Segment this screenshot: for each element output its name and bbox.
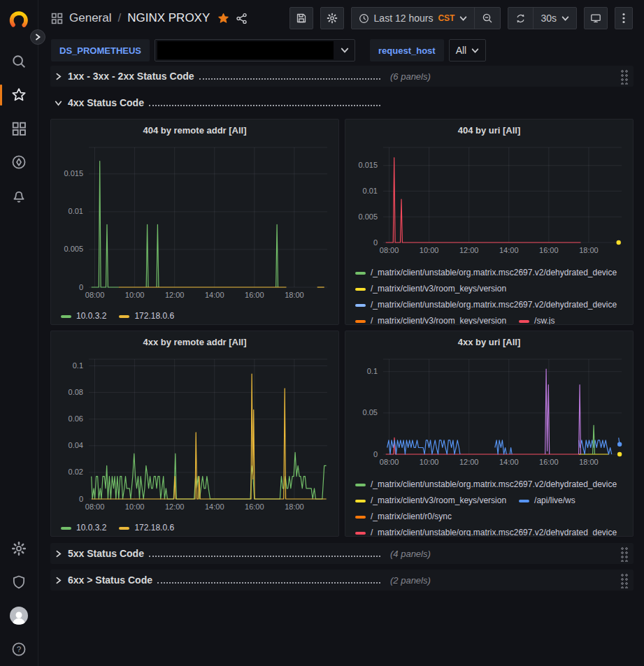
dashboard-canvas: 1xx - 3xx - 2xx Status Code (6 panels) 4… xyxy=(38,64,644,666)
panel-title[interactable]: 404 by uri [All] xyxy=(351,120,627,140)
svg-text:0.05: 0.05 xyxy=(363,408,378,417)
refresh-button[interactable] xyxy=(508,8,533,29)
panel-title[interactable]: 4xx by remote addr [All] xyxy=(57,331,333,352)
legend-series-label: /_matrix/client/unstable/org.matrix.msc2… xyxy=(371,477,617,493)
save-dashboard-button[interactable] xyxy=(289,7,313,29)
legend-series-label: /_matrix/client/unstable/org.matrix.msc2… xyxy=(371,525,617,537)
panel-legend: 10.0.3.2172.18.0.6 xyxy=(61,308,333,324)
nav-sidebar: ? xyxy=(0,0,38,666)
row-leader-dots xyxy=(149,105,380,106)
legend-item[interactable]: 10.0.3.2 xyxy=(61,520,106,536)
chevron-right-icon xyxy=(55,550,62,558)
svg-text:12:00: 12:00 xyxy=(459,246,479,254)
row-leader-dots xyxy=(157,582,380,584)
legend-series-label: /_matrix/client/v3/room_keys/version xyxy=(371,493,506,509)
legend-item[interactable]: /_matrix/client/unstable/org.matrix.msc2… xyxy=(355,297,617,313)
legend-series-label: /sw.js xyxy=(534,313,554,325)
legend-item[interactable]: 10.0.3.2 xyxy=(61,308,106,324)
svg-text:0.1: 0.1 xyxy=(367,367,378,375)
breadcrumb: General / NGINX PROXY xyxy=(51,11,248,25)
svg-text:0: 0 xyxy=(79,283,83,291)
svg-text:16:00: 16:00 xyxy=(245,502,264,511)
timeseries-chart-404-by-remote-addr[interactable]: 00.0050.010.01508:0010:0012:0014:0016:00… xyxy=(57,140,334,303)
timeseries-chart-404-by-uri[interactable]: 00.0050.010.01508:0010:0012:0014:0016:00… xyxy=(351,140,629,258)
svg-text:0.01: 0.01 xyxy=(69,207,83,215)
svg-text:0.005: 0.005 xyxy=(64,245,83,253)
legend-series-label: /_matrix/client/r0/sync xyxy=(371,509,452,525)
legend-item[interactable]: /api/live/ws xyxy=(519,493,575,509)
compass-icon xyxy=(11,154,27,170)
legend-series-color xyxy=(355,532,366,535)
svg-text:12:00: 12:00 xyxy=(459,458,479,466)
dashboard-title[interactable]: NGINX PROXY xyxy=(127,11,210,25)
request-host-select[interactable]: All xyxy=(449,39,487,61)
sidebar-item-configuration[interactable] xyxy=(0,532,38,565)
legend-item[interactable]: 172.18.0.6 xyxy=(119,520,174,536)
row-header-6xx[interactable]: 6xx > Status Code (2 panels) xyxy=(50,570,634,591)
sidebar-item-dashboards[interactable] xyxy=(0,112,38,145)
row-drag-handle[interactable] xyxy=(620,68,628,85)
kebab-menu-button[interactable] xyxy=(615,7,633,29)
refresh-interval-select[interactable]: 30s xyxy=(533,8,576,29)
legend-item[interactable]: /_matrix/client/r0/sync xyxy=(355,509,452,525)
row-drag-handle[interactable] xyxy=(620,572,628,588)
zoom-out-icon xyxy=(482,13,493,24)
sidebar-item-search[interactable] xyxy=(0,45,38,78)
row-title: 1xx - 3xx - 2xx Status Code xyxy=(68,71,194,82)
panels-grid: 404 by remote addr [All] 00.0050.010.015… xyxy=(50,119,634,537)
sidebar-expand-button[interactable] xyxy=(30,29,45,45)
user-avatar xyxy=(10,607,28,625)
panel-title[interactable]: 4xx by uri [All] xyxy=(351,331,627,352)
datasource-select[interactable] xyxy=(155,39,355,61)
legend-item[interactable]: /_matrix/client/v3/room_keys/version xyxy=(355,313,506,325)
sidebar-item-help[interactable]: ? xyxy=(0,632,38,666)
sidebar-item-alerting[interactable] xyxy=(0,179,38,212)
legend-item[interactable]: /sw.js xyxy=(519,313,554,325)
chevron-down-icon xyxy=(341,46,349,55)
legend-series-color xyxy=(355,272,366,275)
sidebar-item-starred[interactable] xyxy=(0,78,38,112)
timeseries-chart-4xx-by-remote-addr[interactable]: 00.020.040.060.080.108:0010:0012:0014:00… xyxy=(57,352,334,514)
variable-label-request-host[interactable]: request_host xyxy=(370,39,444,61)
svg-text:18:00: 18:00 xyxy=(579,458,599,466)
refresh-interval-label: 30s xyxy=(541,13,557,24)
grafana-logo[interactable] xyxy=(8,8,29,29)
legend-series-color xyxy=(355,288,366,291)
dashboard-settings-button[interactable] xyxy=(320,7,344,29)
legend-item[interactable]: /_matrix/client/unstable/org.matrix.msc2… xyxy=(355,477,617,493)
legend-item[interactable]: 172.18.0.6 xyxy=(119,308,174,324)
row-panel-count: (2 panels) xyxy=(390,575,431,586)
svg-text:10:00: 10:00 xyxy=(420,246,439,254)
timeseries-chart-4xx-by-uri[interactable]: 00.050.108:0010:0012:0014:0016:0018:00 xyxy=(351,352,629,470)
row-header-5xx[interactable]: 5xx Status Code (4 panels) xyxy=(50,543,634,564)
panel-title[interactable]: 404 by remote addr [All] xyxy=(57,120,333,140)
zoom-out-time-button[interactable] xyxy=(474,8,500,29)
svg-text:0.04: 0.04 xyxy=(69,441,83,449)
time-range-picker[interactable]: Last 12 hours CST xyxy=(352,8,475,29)
legend-series-color xyxy=(355,516,366,519)
row-header-4xx[interactable]: 4xx Status Code xyxy=(50,92,634,113)
svg-text:08:00: 08:00 xyxy=(85,291,105,299)
share-icon[interactable] xyxy=(236,13,248,24)
row-leader-dots xyxy=(149,556,380,557)
breadcrumb-folder[interactable]: General xyxy=(69,11,111,25)
favorite-star-icon[interactable] xyxy=(217,13,229,24)
chevron-down-icon xyxy=(459,15,467,22)
variable-label-ds-prometheus[interactable]: DS_PROMETHEUS xyxy=(51,39,150,61)
row-header-1xx-3xx-2xx[interactable]: 1xx - 3xx - 2xx Status Code (6 panels) xyxy=(50,66,634,87)
row-drag-handle[interactable] xyxy=(620,546,628,562)
legend-series-color xyxy=(355,484,366,486)
sidebar-item-server-admin[interactable] xyxy=(0,565,38,599)
svg-text:18:00: 18:00 xyxy=(285,291,304,299)
datasource-value-redacted xyxy=(157,41,334,59)
sidebar-item-profile[interactable] xyxy=(0,599,38,632)
legend-item[interactable]: /_matrix/client/v3/room_keys/version xyxy=(355,281,506,297)
legend-item[interactable]: /_matrix/client/unstable/org.matrix.msc2… xyxy=(355,525,617,537)
legend-series-label: /_matrix/client/v3/room_keys/version xyxy=(371,313,506,325)
legend-item[interactable]: /_matrix/client/unstable/org.matrix.msc2… xyxy=(355,265,617,281)
tv-mode-button[interactable] xyxy=(584,7,608,29)
row-title: 5xx Status Code xyxy=(68,548,144,559)
chevron-right-icon xyxy=(55,73,62,80)
legend-item[interactable]: /_matrix/client/v3/room_keys/version xyxy=(355,493,506,509)
sidebar-item-explore[interactable] xyxy=(0,145,38,179)
